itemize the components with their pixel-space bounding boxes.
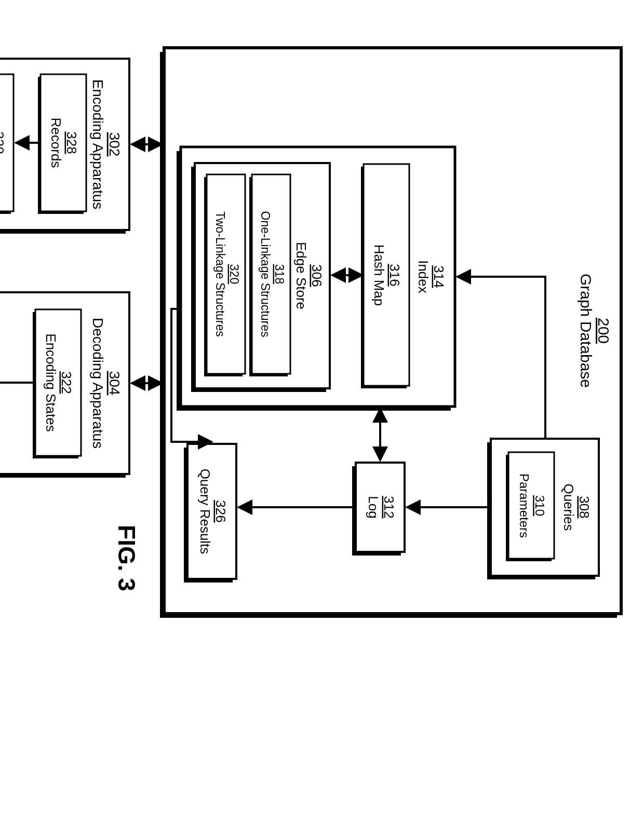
- edgestore-number: 306: [309, 264, 325, 287]
- log-number: 312: [381, 496, 397, 518]
- records-number: 328: [64, 131, 79, 154]
- hashmap-number: 316: [387, 264, 403, 286]
- encoding-states-box: 322 Encoding States: [33, 309, 81, 458]
- tags-box: 330 Tags: [0, 74, 14, 214]
- encoding-label: Encoding Apparatus: [90, 79, 106, 210]
- hashmap-label: Hash Map: [371, 245, 387, 306]
- log-box: 312 Log: [352, 463, 405, 556]
- diagram-root: 200 Graph Database 302 Encoding Apparatu…: [0, 0, 644, 826]
- qresults-label: Query Results: [197, 469, 213, 554]
- index-label: Index: [415, 260, 431, 293]
- qresults-number: 326: [213, 500, 229, 522]
- onelink-number: 318: [273, 264, 286, 284]
- decoding-apparatus: 304 Decoding Apparatus 322 Encoding Stat…: [0, 292, 129, 478]
- index-number: 314: [431, 265, 447, 288]
- encoding-apparatus: 302 Encoding Apparatus 328 Records 330 T…: [0, 59, 129, 234]
- encstates-number: 322: [59, 371, 74, 394]
- records-box: 328 Records: [38, 74, 86, 214]
- decoding-label: Decoding Apparatus: [90, 318, 106, 449]
- edgestore-box: 306 Edge Store 318 One-Linkage Structure…: [191, 163, 330, 392]
- records-label: Records: [48, 118, 64, 168]
- query-results-box: 326 Query Results: [184, 444, 236, 583]
- params-label: Parameters: [517, 473, 531, 538]
- twolink-label: Two-Linkage Structures: [213, 211, 227, 337]
- graphdb-number: 200: [595, 318, 612, 344]
- figure-label: FIG. 3: [113, 525, 140, 591]
- queries-number: 308: [576, 496, 592, 518]
- encstates-label: Encoding States: [43, 333, 59, 431]
- encoding-number: 302: [106, 132, 123, 157]
- twolink-number: 320: [227, 264, 241, 284]
- onelink-label: One-Linkage Structures: [259, 211, 272, 337]
- parameters-box: 310 Parameters: [506, 452, 554, 561]
- tags-number: 330: [0, 131, 7, 154]
- onelink-box: 318 One-Linkage Structures: [249, 174, 290, 376]
- queries-label: Queries: [561, 483, 576, 531]
- queries-box: 308 Queries 310 Parameters: [487, 439, 599, 579]
- decoding-number: 304: [106, 371, 123, 396]
- graphdb-label: Graph Database: [578, 274, 595, 388]
- log-label: Log: [366, 496, 381, 518]
- hashmap-box: 316 Hash Map: [361, 164, 409, 388]
- core-container: 314 Index 316 Hash Map 306 Edge Store 31…: [177, 147, 455, 411]
- edgestore-label: Edge Store: [293, 242, 309, 309]
- twolink-box: 320 Two-Linkage Structures: [204, 174, 245, 376]
- params-number: 310: [533, 495, 547, 516]
